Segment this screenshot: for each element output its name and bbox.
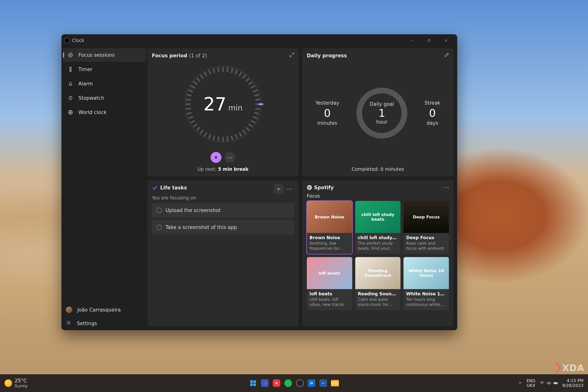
maximize-button[interactable] [421, 35, 438, 46]
start-button[interactable] [248, 378, 258, 388]
tasks-more-button[interactable]: ⋯ [285, 184, 295, 194]
nav-focus-sessions[interactable]: Focus sessions [63, 48, 146, 62]
nav-alarm[interactable]: Alarm [63, 77, 146, 90]
account-button[interactable]: João Carrasqueira [62, 303, 148, 316]
plus-icon: ＋ [276, 185, 281, 193]
taskbar-app-spotify[interactable] [283, 378, 293, 388]
svg-line-25 [200, 130, 203, 134]
focus-timer-dial: 27 min [183, 65, 262, 144]
playlist-desc: Ten hours long continuous white... [406, 297, 446, 307]
playlist-card[interactable]: Brown Noise Brown Noise Soothing, low fr… [307, 201, 352, 254]
svg-line-28 [191, 120, 195, 123]
nav-timer[interactable]: Timer [63, 62, 146, 76]
playlist-name: Reading Soundtr... [358, 291, 398, 296]
tray-time: 4:15 PM [562, 378, 584, 383]
stat-unit: days [424, 120, 440, 126]
svg-line-39 [200, 75, 203, 78]
weather-widget[interactable]: 25°C Sunny [0, 378, 28, 388]
tasks-card: Life tasks ＋ ⋯ You are focusing on Uploa… [148, 180, 298, 326]
tray-expand-button[interactable] [518, 380, 522, 386]
svg-line-24 [204, 132, 207, 136]
playlist-name: lofi beats [310, 291, 350, 296]
svg-line-54 [254, 94, 259, 96]
spotify-more-button[interactable]: ⋯ [444, 184, 450, 190]
taskbar-app-teams[interactable]: 👥 [260, 378, 270, 388]
volume-icon [546, 381, 551, 386]
playlist-cover: Deep Focus [404, 201, 449, 233]
stat-label: Daily goal [370, 101, 394, 107]
playlist-desc: Calm and quiet piano music for... [358, 297, 398, 307]
wifi-icon [540, 381, 544, 386]
nav-world-clock[interactable]: World clock [63, 106, 146, 119]
avatar [66, 307, 72, 313]
playlist-name: Brown Noise [310, 235, 350, 240]
svg-line-49 [243, 75, 246, 78]
playlist-card[interactable]: chill lofi study beats chill lofi study … [355, 201, 401, 254]
more-options-button[interactable]: ⋯ [224, 152, 236, 163]
playlist-card[interactable]: Deep Focus Deep Focus Keep calm and focu… [404, 201, 449, 254]
add-task-button[interactable]: ＋ [274, 184, 284, 194]
svg-line-12 [251, 120, 255, 123]
pause-button[interactable] [210, 152, 222, 163]
main-content: Focus period (1 of 2) 27 [148, 47, 457, 330]
svg-line-29 [189, 117, 193, 118]
expand-focus-button[interactable] [289, 52, 295, 58]
svg-line-48 [239, 72, 242, 76]
hourglass-icon [68, 66, 74, 72]
nav-label: Timer [78, 66, 92, 72]
weather-cond: Sunny [15, 384, 28, 388]
task-item[interactable]: Take a screenshot of this app [152, 220, 294, 234]
taskbar-app-vivaldi[interactable]: V [272, 378, 281, 388]
svg-line-27 [193, 124, 197, 127]
playlist-desc: The perfect study beats. Find your... [358, 241, 398, 251]
svg-point-7 [185, 66, 261, 142]
svg-line-26 [196, 127, 200, 130]
nav-stopwatch[interactable]: Stopwatch [63, 91, 146, 105]
playlist-card[interactable]: White Noise 10 Hours White Noise 10 H...… [404, 257, 449, 310]
language-button[interactable]: ENG UKX [526, 378, 536, 388]
taskbar-app-explorer[interactable] [330, 378, 340, 388]
tasks-title: Life tasks [160, 185, 187, 190]
taskbar-app-snip[interactable]: ✂ [318, 378, 328, 388]
stat-value: 0 [424, 107, 440, 119]
playlist-card[interactable]: lofi beats lofi beats chill beats, lofi … [307, 257, 352, 310]
edit-goal-button[interactable] [444, 52, 450, 58]
close-button[interactable] [438, 35, 454, 46]
svg-rect-65 [554, 383, 557, 384]
goal-ring: Daily goal 1 hour [356, 88, 407, 138]
task-item[interactable]: Upload the screenshot [152, 203, 294, 218]
taskbar: 25°C Sunny 👥 V O ✂ ENG UKX 4:15 PM 9/26/… [0, 374, 588, 392]
daily-progress-title: Daily progress [307, 53, 449, 58]
svg-line-15 [243, 130, 246, 134]
minimize-button[interactable] [404, 35, 421, 46]
svg-line-43 [218, 67, 218, 72]
task-radio[interactable] [156, 208, 162, 213]
stat-streak: Streak 0 days [424, 100, 440, 126]
playlist-card[interactable]: Reading Soundtrack Reading Soundtr... Ca… [355, 257, 401, 310]
clock-tray[interactable]: 4:15 PM 9/26/2023 [562, 378, 584, 388]
task-radio[interactable] [156, 225, 162, 230]
daily-progress-card: Daily progress Yesterday 0 minutes Daily… [302, 48, 454, 176]
tasks-subtitle: You are focusing on [152, 195, 294, 200]
playlist-desc: Keep calm and focus with ambient and... [406, 241, 446, 251]
watermark: XDA [552, 362, 584, 373]
svg-rect-56 [215, 156, 216, 159]
system-tray[interactable] [540, 381, 558, 386]
svg-line-30 [187, 113, 192, 114]
stat-label: Yesterday [316, 100, 339, 106]
svg-line-34 [187, 94, 192, 96]
svg-line-22 [213, 136, 215, 140]
folder-icon [331, 380, 339, 386]
svg-rect-1 [428, 40, 430, 42]
settings-button[interactable]: Settings [62, 316, 148, 330]
ellipsis-icon: ⋯ [227, 154, 233, 161]
titlebar[interactable]: Clock [62, 34, 457, 47]
playlist-grid: Brown Noise Brown Noise Soothing, low fr… [307, 201, 449, 310]
svg-line-51 [249, 82, 252, 84]
taskbar-app-clock[interactable] [295, 378, 305, 388]
taskbar-app-outlook[interactable]: O [307, 378, 316, 388]
svg-line-50 [246, 78, 249, 81]
svg-rect-60 [254, 380, 256, 383]
svg-line-14 [246, 127, 249, 130]
nav-label: Stopwatch [78, 95, 104, 101]
